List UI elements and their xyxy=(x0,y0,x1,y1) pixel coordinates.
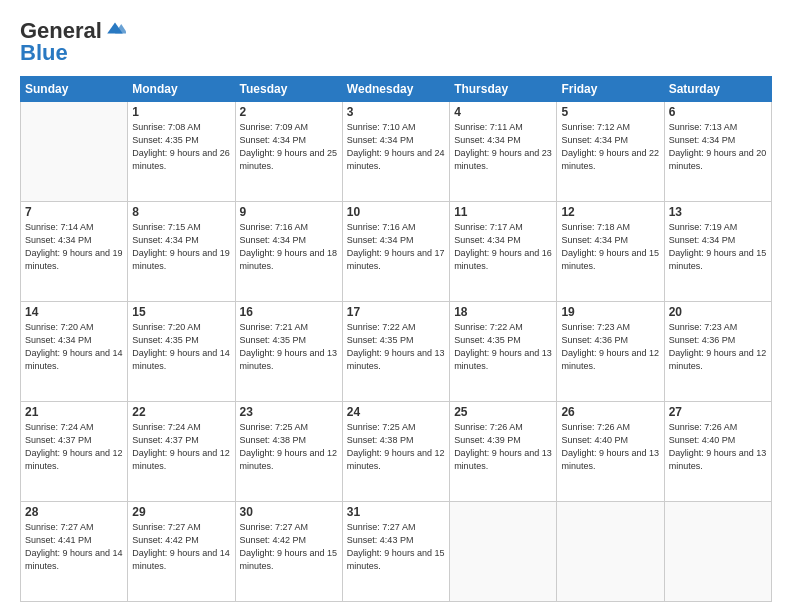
day-info: Sunrise: 7:17 AMSunset: 4:34 PMDaylight:… xyxy=(454,221,552,273)
day-number: 21 xyxy=(25,405,123,419)
day-info: Sunrise: 7:22 AMSunset: 4:35 PMDaylight:… xyxy=(454,321,552,373)
day-number: 16 xyxy=(240,305,338,319)
day-info: Sunrise: 7:24 AMSunset: 4:37 PMDaylight:… xyxy=(132,421,230,473)
day-cell: 13Sunrise: 7:19 AMSunset: 4:34 PMDayligh… xyxy=(664,202,771,302)
day-number: 15 xyxy=(132,305,230,319)
day-cell: 11Sunrise: 7:17 AMSunset: 4:34 PMDayligh… xyxy=(450,202,557,302)
day-cell: 7Sunrise: 7:14 AMSunset: 4:34 PMDaylight… xyxy=(21,202,128,302)
day-number: 5 xyxy=(561,105,659,119)
day-info: Sunrise: 7:27 AMSunset: 4:42 PMDaylight:… xyxy=(240,521,338,573)
day-cell: 17Sunrise: 7:22 AMSunset: 4:35 PMDayligh… xyxy=(342,302,449,402)
day-number: 31 xyxy=(347,505,445,519)
day-info: Sunrise: 7:25 AMSunset: 4:38 PMDaylight:… xyxy=(240,421,338,473)
day-cell: 1Sunrise: 7:08 AMSunset: 4:35 PMDaylight… xyxy=(128,102,235,202)
day-cell: 8Sunrise: 7:15 AMSunset: 4:34 PMDaylight… xyxy=(128,202,235,302)
day-info: Sunrise: 7:16 AMSunset: 4:34 PMDaylight:… xyxy=(240,221,338,273)
day-number: 3 xyxy=(347,105,445,119)
day-info: Sunrise: 7:08 AMSunset: 4:35 PMDaylight:… xyxy=(132,121,230,173)
day-info: Sunrise: 7:23 AMSunset: 4:36 PMDaylight:… xyxy=(669,321,767,373)
day-info: Sunrise: 7:26 AMSunset: 4:39 PMDaylight:… xyxy=(454,421,552,473)
day-number: 29 xyxy=(132,505,230,519)
day-info: Sunrise: 7:09 AMSunset: 4:34 PMDaylight:… xyxy=(240,121,338,173)
day-info: Sunrise: 7:10 AMSunset: 4:34 PMDaylight:… xyxy=(347,121,445,173)
weekday-thursday: Thursday xyxy=(450,77,557,102)
logo-icon xyxy=(104,21,126,35)
day-number: 24 xyxy=(347,405,445,419)
day-cell: 4Sunrise: 7:11 AMSunset: 4:34 PMDaylight… xyxy=(450,102,557,202)
header: General Blue xyxy=(20,18,772,66)
day-number: 10 xyxy=(347,205,445,219)
day-info: Sunrise: 7:16 AMSunset: 4:34 PMDaylight:… xyxy=(347,221,445,273)
day-cell: 31Sunrise: 7:27 AMSunset: 4:43 PMDayligh… xyxy=(342,502,449,602)
day-number: 18 xyxy=(454,305,552,319)
day-info: Sunrise: 7:19 AMSunset: 4:34 PMDaylight:… xyxy=(669,221,767,273)
day-cell: 18Sunrise: 7:22 AMSunset: 4:35 PMDayligh… xyxy=(450,302,557,402)
day-number: 8 xyxy=(132,205,230,219)
week-row-0: 1Sunrise: 7:08 AMSunset: 4:35 PMDaylight… xyxy=(21,102,772,202)
day-number: 26 xyxy=(561,405,659,419)
day-cell xyxy=(21,102,128,202)
day-number: 22 xyxy=(132,405,230,419)
day-cell: 21Sunrise: 7:24 AMSunset: 4:37 PMDayligh… xyxy=(21,402,128,502)
day-cell: 3Sunrise: 7:10 AMSunset: 4:34 PMDaylight… xyxy=(342,102,449,202)
day-info: Sunrise: 7:21 AMSunset: 4:35 PMDaylight:… xyxy=(240,321,338,373)
day-number: 13 xyxy=(669,205,767,219)
day-info: Sunrise: 7:25 AMSunset: 4:38 PMDaylight:… xyxy=(347,421,445,473)
day-cell: 12Sunrise: 7:18 AMSunset: 4:34 PMDayligh… xyxy=(557,202,664,302)
day-info: Sunrise: 7:26 AMSunset: 4:40 PMDaylight:… xyxy=(669,421,767,473)
day-cell: 10Sunrise: 7:16 AMSunset: 4:34 PMDayligh… xyxy=(342,202,449,302)
weekday-friday: Friday xyxy=(557,77,664,102)
page: General Blue SundayMondayTuesdayWednesda… xyxy=(0,0,792,612)
logo-blue: Blue xyxy=(20,40,68,66)
day-cell: 23Sunrise: 7:25 AMSunset: 4:38 PMDayligh… xyxy=(235,402,342,502)
day-info: Sunrise: 7:13 AMSunset: 4:34 PMDaylight:… xyxy=(669,121,767,173)
day-cell: 24Sunrise: 7:25 AMSunset: 4:38 PMDayligh… xyxy=(342,402,449,502)
day-cell: 6Sunrise: 7:13 AMSunset: 4:34 PMDaylight… xyxy=(664,102,771,202)
calendar: SundayMondayTuesdayWednesdayThursdayFrid… xyxy=(20,76,772,602)
day-info: Sunrise: 7:11 AMSunset: 4:34 PMDaylight:… xyxy=(454,121,552,173)
day-cell: 20Sunrise: 7:23 AMSunset: 4:36 PMDayligh… xyxy=(664,302,771,402)
day-info: Sunrise: 7:15 AMSunset: 4:34 PMDaylight:… xyxy=(132,221,230,273)
weekday-saturday: Saturday xyxy=(664,77,771,102)
weekday-wednesday: Wednesday xyxy=(342,77,449,102)
day-info: Sunrise: 7:20 AMSunset: 4:35 PMDaylight:… xyxy=(132,321,230,373)
day-cell: 25Sunrise: 7:26 AMSunset: 4:39 PMDayligh… xyxy=(450,402,557,502)
day-number: 19 xyxy=(561,305,659,319)
week-row-2: 14Sunrise: 7:20 AMSunset: 4:34 PMDayligh… xyxy=(21,302,772,402)
weekday-tuesday: Tuesday xyxy=(235,77,342,102)
weekday-sunday: Sunday xyxy=(21,77,128,102)
day-info: Sunrise: 7:18 AMSunset: 4:34 PMDaylight:… xyxy=(561,221,659,273)
day-info: Sunrise: 7:23 AMSunset: 4:36 PMDaylight:… xyxy=(561,321,659,373)
day-info: Sunrise: 7:20 AMSunset: 4:34 PMDaylight:… xyxy=(25,321,123,373)
day-info: Sunrise: 7:27 AMSunset: 4:41 PMDaylight:… xyxy=(25,521,123,573)
day-number: 27 xyxy=(669,405,767,419)
day-number: 11 xyxy=(454,205,552,219)
day-number: 30 xyxy=(240,505,338,519)
day-cell: 15Sunrise: 7:20 AMSunset: 4:35 PMDayligh… xyxy=(128,302,235,402)
day-number: 25 xyxy=(454,405,552,419)
day-number: 1 xyxy=(132,105,230,119)
day-number: 12 xyxy=(561,205,659,219)
day-number: 23 xyxy=(240,405,338,419)
day-number: 7 xyxy=(25,205,123,219)
day-cell: 5Sunrise: 7:12 AMSunset: 4:34 PMDaylight… xyxy=(557,102,664,202)
day-cell: 9Sunrise: 7:16 AMSunset: 4:34 PMDaylight… xyxy=(235,202,342,302)
day-cell xyxy=(557,502,664,602)
day-cell: 26Sunrise: 7:26 AMSunset: 4:40 PMDayligh… xyxy=(557,402,664,502)
day-cell: 19Sunrise: 7:23 AMSunset: 4:36 PMDayligh… xyxy=(557,302,664,402)
week-row-4: 28Sunrise: 7:27 AMSunset: 4:41 PMDayligh… xyxy=(21,502,772,602)
day-number: 4 xyxy=(454,105,552,119)
weekday-header-row: SundayMondayTuesdayWednesdayThursdayFrid… xyxy=(21,77,772,102)
day-cell: 27Sunrise: 7:26 AMSunset: 4:40 PMDayligh… xyxy=(664,402,771,502)
day-number: 2 xyxy=(240,105,338,119)
day-cell xyxy=(450,502,557,602)
day-cell: 28Sunrise: 7:27 AMSunset: 4:41 PMDayligh… xyxy=(21,502,128,602)
day-cell: 22Sunrise: 7:24 AMSunset: 4:37 PMDayligh… xyxy=(128,402,235,502)
day-number: 6 xyxy=(669,105,767,119)
day-cell: 2Sunrise: 7:09 AMSunset: 4:34 PMDaylight… xyxy=(235,102,342,202)
day-info: Sunrise: 7:14 AMSunset: 4:34 PMDaylight:… xyxy=(25,221,123,273)
day-number: 9 xyxy=(240,205,338,219)
day-info: Sunrise: 7:24 AMSunset: 4:37 PMDaylight:… xyxy=(25,421,123,473)
day-info: Sunrise: 7:27 AMSunset: 4:43 PMDaylight:… xyxy=(347,521,445,573)
day-info: Sunrise: 7:12 AMSunset: 4:34 PMDaylight:… xyxy=(561,121,659,173)
